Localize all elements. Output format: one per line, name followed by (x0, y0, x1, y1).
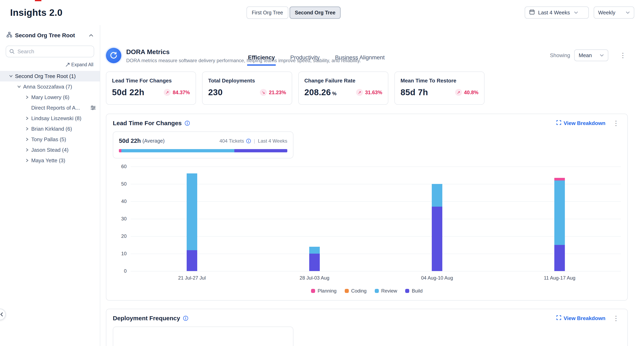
y-tick-label: 60 (121, 164, 126, 169)
x-tick-label: 21 Jul-27 Jul (131, 275, 253, 281)
stacked-bar[interactable] (187, 167, 197, 271)
chevron-down-icon (574, 11, 578, 14)
lead-time-chart-yaxis: 0102030405060 (113, 167, 126, 271)
view-breakdown-link[interactable]: View Breakdown (556, 120, 606, 126)
legend-item-build[interactable]: Build (405, 288, 422, 294)
info-icon[interactable] (185, 121, 190, 126)
kebab-menu-icon[interactable]: ⋮ (611, 315, 621, 322)
stacked-bar[interactable] (432, 167, 442, 271)
tab-business-alignment[interactable]: Business Alignment (334, 50, 385, 66)
x-tick-label: 11 Aug-17 Aug (498, 275, 621, 281)
bar-slot (253, 167, 376, 271)
tree-item-anna-scozzafava[interactable]: Anna Scozzafava (7) (0, 81, 100, 92)
phase-distribution-bar (119, 149, 287, 152)
y-tick-label: 10 (121, 251, 126, 256)
info-icon[interactable] (183, 316, 188, 321)
view-breakdown-link[interactable]: View Breakdown (556, 315, 606, 322)
chevron-right-icon[interactable] (25, 148, 29, 152)
app: Insights 2.0 First Org Tree Second Org T… (0, 0, 644, 346)
bar-segment-build[interactable] (554, 245, 565, 271)
legend-swatch (345, 289, 349, 293)
tab-efficiency[interactable]: Efficiency (247, 50, 276, 66)
stacked-bar[interactable] (554, 167, 565, 271)
bar-segment-build[interactable] (309, 254, 320, 271)
legend-label: Coding (351, 288, 367, 294)
metric-card-change-failure-rate: Change Failure Rate 208.26 % ↗ 31.63% (298, 71, 388, 105)
tab-bar: Efficiency Productivity Business Alignme… (0, 50, 638, 66)
tree-item-tony-pallas[interactable]: Tony Pallas (5) (0, 134, 100, 145)
summary-range: Last 4 Weeks (258, 138, 287, 144)
chart-legend: PlanningCodingReviewBuild (113, 288, 621, 294)
bar-slot (376, 167, 498, 271)
legend-swatch (311, 289, 315, 293)
bar-slot (498, 167, 621, 271)
legend-label: Review (381, 288, 397, 294)
stacked-bar[interactable] (309, 167, 320, 271)
legend-swatch (405, 289, 409, 293)
org-tree-toggle: First Org Tree Second Org Tree (246, 6, 341, 19)
expand-icon (556, 315, 561, 322)
tree-item-jason-stead[interactable]: Jason Stead (4) (0, 145, 100, 155)
chevron-right-icon[interactable] (25, 138, 29, 141)
chevron-down-icon[interactable] (17, 85, 21, 88)
x-tick-label: 28 Jul-03 Aug (253, 275, 376, 281)
granularity-value: Weekly (598, 9, 616, 16)
sidebar-header: Second Org Tree Root (0, 28, 100, 41)
filter-sliders-icon[interactable] (90, 106, 96, 110)
chevron-down-icon[interactable] (9, 75, 13, 78)
bar-segment-build[interactable] (432, 207, 442, 271)
sidebar-root-title: Second Org Tree Root (15, 32, 85, 39)
tree-item-mary-lowery[interactable]: Mary Lowery (6) (0, 92, 100, 103)
lead-time-chart: 0102030405060 21 Jul-27 Jul28 Jul-03 Aug… (113, 167, 621, 294)
granularity-select[interactable]: Weekly (594, 6, 634, 19)
bar-segment-build[interactable] (187, 250, 197, 271)
legend-item-planning[interactable]: Planning (311, 288, 336, 294)
y-tick-label: 30 (121, 216, 126, 222)
legend-item-coding[interactable]: Coding (345, 288, 367, 294)
bar-segment-planning[interactable] (554, 178, 565, 180)
bar-segment-review[interactable] (309, 247, 320, 254)
phase-segment-build (234, 149, 287, 152)
info-icon[interactable] (246, 139, 251, 144)
metric-card-lead-time-for-changes: Lead Time For Changes 50d 22h ↗ 84.37% (106, 71, 196, 105)
header-controls: Last 4 Weeks Weekly (525, 6, 634, 19)
dora-metric-cards: Lead Time For Changes 50d 22h ↗ 84.37% T… (106, 71, 628, 105)
metric-card-mean-time-to-restore: Mean Time To Restore 85d 7h ↗ 40.8% (394, 71, 484, 105)
x-tick-label: 04 Aug-10 Aug (376, 275, 498, 281)
tickets-count: 404 Tickets (219, 138, 244, 144)
tree-item-lindsay-liszewski[interactable]: Lindsay Liszewski (8) (0, 113, 100, 124)
lead-time-card: Lead Time For Changes View Breakdown ⋮ (106, 114, 628, 301)
chevron-right-icon[interactable] (25, 159, 29, 162)
sidebar-collapse-button[interactable] (0, 309, 6, 320)
chevron-right-icon[interactable] (25, 96, 29, 99)
legend-item-review[interactable]: Review (375, 288, 397, 294)
bar-segment-review[interactable] (554, 180, 565, 245)
y-tick-label: 20 (121, 233, 126, 239)
trend-up-icon: ↗ (164, 89, 171, 96)
collapse-panel-icon[interactable] (88, 33, 94, 38)
tree-item-maya-yette[interactable]: Maya Yette (3) (0, 155, 100, 166)
calendar-icon (529, 9, 535, 16)
lead-time-card-title: Lead Time For Changes (113, 120, 182, 127)
sidebar: Second Org Tree Root Expand All Second O… (0, 25, 100, 346)
metric-card-total-deployments: Total Deployments 230 ↘ 21.23% (202, 71, 292, 105)
chevron-right-icon[interactable] (25, 117, 29, 120)
bar-slots (131, 167, 621, 271)
top-header: Insights 2.0 First Org Tree Second Org T… (0, 0, 644, 25)
tab-productivity[interactable]: Productivity (290, 50, 320, 66)
date-range-select[interactable]: Last 4 Weeks (525, 6, 589, 19)
page-title: Insights 2.0 (10, 7, 62, 18)
kebab-menu-icon[interactable]: ⋮ (611, 120, 621, 126)
y-tick-label: 0 (124, 268, 126, 274)
bar-segment-review[interactable] (432, 184, 442, 207)
tree-item-direct-reports[interactable]: Direct Reports of A... (0, 103, 100, 113)
tree-item-second-org-tree-root[interactable]: Second Org Tree Root (1) (0, 71, 100, 81)
toggle-second-org-tree[interactable]: Second Org Tree (290, 6, 341, 19)
main-content: Efficiency Productivity Business Alignme… (100, 25, 644, 346)
trend-up-icon: ↗ (455, 89, 462, 96)
toggle-first-org-tree[interactable]: First Org Tree (246, 6, 288, 19)
bar-segment-review[interactable] (187, 173, 197, 250)
trend-badge: ↘ 21.23% (260, 89, 286, 96)
tree-item-brian-kirkland[interactable]: Brian Kirkland (6) (0, 124, 100, 134)
chevron-right-icon[interactable] (25, 127, 29, 131)
